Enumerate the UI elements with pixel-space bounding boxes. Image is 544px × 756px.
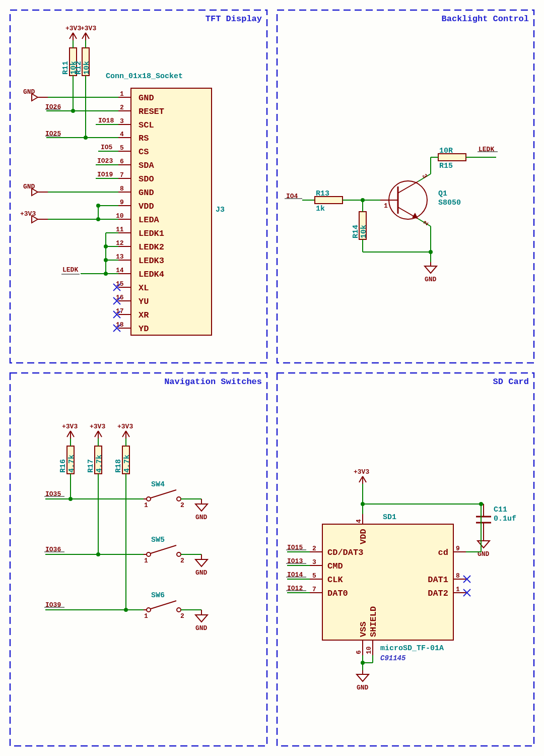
svg-text:10k: 10k <box>83 61 91 75</box>
svg-point-163 <box>124 608 128 612</box>
svg-text:LEDK3: LEDK3 <box>139 256 164 266</box>
title-bl: Backlight Control <box>442 14 529 24</box>
svg-text:0.1uf: 0.1uf <box>494 515 516 523</box>
conn-label: Conn_01x18_Socket <box>106 72 183 81</box>
sw5: SW5 1 2 GND <box>144 536 208 577</box>
sw4: SW4 1 2 GND <box>144 480 208 521</box>
svg-line-187 <box>151 601 176 609</box>
svg-text:10: 10 <box>116 212 124 220</box>
r11: R11 10k <box>61 40 78 111</box>
svg-text:1k: 1k <box>316 205 325 213</box>
svg-text:CD/DAT3: CD/DAT3 <box>327 548 363 557</box>
title-sd: SD Card <box>493 377 529 387</box>
c11: C11 0.1uf GND <box>476 504 516 558</box>
svg-text:+3V3: +3V3 <box>62 423 78 430</box>
svg-text:9: 9 <box>456 545 460 552</box>
svg-text:+3V3: +3V3 <box>117 423 133 430</box>
svg-text:4: 4 <box>120 131 124 138</box>
svg-text:1: 1 <box>144 501 148 509</box>
j3-ref: J3 <box>216 206 225 214</box>
svg-text:DAT2: DAT2 <box>428 589 448 598</box>
svg-text:GND: GND <box>425 276 437 283</box>
svg-text:LEDA: LEDA <box>139 215 160 225</box>
svg-text:4.7k: 4.7k <box>67 455 76 473</box>
block-frames <box>10 10 534 746</box>
svg-point-127 <box>429 250 433 254</box>
svg-text:12: 12 <box>116 239 124 247</box>
svg-text:2: 2 <box>312 545 316 552</box>
net-io36: IO36 <box>45 546 61 553</box>
svg-text:S8050: S8050 <box>438 199 461 207</box>
svg-point-90 <box>104 244 108 248</box>
svg-text:1: 1 <box>120 90 124 98</box>
svg-text:14: 14 <box>116 267 124 274</box>
svg-text:CLK: CLK <box>327 575 343 585</box>
svg-text:SW6: SW6 <box>151 591 165 600</box>
svg-text:YD: YD <box>139 324 149 334</box>
net-io4: IO4 <box>286 193 298 200</box>
svg-text:4.7k: 4.7k <box>95 455 104 473</box>
net-io39: IO39 <box>45 601 61 609</box>
svg-text:DAT0: DAT0 <box>327 589 348 598</box>
svg-text:+3V3: +3V3 <box>354 468 369 476</box>
svg-text:C11: C11 <box>494 506 507 514</box>
svg-text:GND: GND <box>139 93 154 103</box>
svg-text:+3V3: +3V3 <box>20 210 36 218</box>
svg-text:LEDK1: LEDK1 <box>139 229 164 238</box>
title-tft: TFT Display <box>206 14 262 24</box>
svg-point-168 <box>177 497 181 501</box>
svg-text:6: 6 <box>355 650 363 654</box>
svg-text:1: 1 <box>384 202 388 210</box>
svg-rect-3 <box>10 373 267 746</box>
navigation: +3V3 +3V3 +3V3 R16 4.7k R17 4.7k R18 4.7… <box>44 423 208 632</box>
svg-text:XL: XL <box>139 283 149 293</box>
svg-point-167 <box>147 497 151 501</box>
net-io5: IO5 <box>101 144 113 151</box>
svg-text:4.7k: 4.7k <box>123 455 131 473</box>
svg-text:R16: R16 <box>59 459 67 473</box>
svg-text:SW5: SW5 <box>151 536 165 544</box>
svg-point-114 <box>361 198 365 202</box>
svg-text:1: 1 <box>456 586 460 593</box>
svg-point-185 <box>147 608 151 612</box>
sw6: SW6 1 2 GND <box>144 591 208 632</box>
svg-line-120 <box>398 181 418 193</box>
svg-text:2: 2 <box>180 557 184 564</box>
svg-text:+3V3: +3V3 <box>90 423 105 430</box>
svg-text:10: 10 <box>365 646 373 654</box>
svg-line-169 <box>151 490 176 498</box>
svg-text:GND: GND <box>357 684 369 691</box>
svg-text:R17: R17 <box>87 459 95 473</box>
svg-text:VSS: VSS <box>359 621 368 637</box>
svg-text:R12: R12 <box>75 61 83 75</box>
svg-text:SDA: SDA <box>139 161 154 170</box>
svg-text:RS: RS <box>139 134 149 143</box>
svg-text:1: 1 <box>144 557 148 564</box>
svg-text:8: 8 <box>120 185 124 193</box>
svg-point-86 <box>71 109 75 113</box>
svg-text:R14: R14 <box>352 225 360 238</box>
net-ledk-bl: LEDK <box>479 146 494 153</box>
svg-text:3: 3 <box>120 117 124 125</box>
sd-card: +3V3 C11 0.1uf GND SD1 4 VDD 2 CD/DAT3 I… <box>286 468 516 691</box>
svg-text:SDO: SDO <box>139 174 154 184</box>
svg-text:SHIELD: SHIELD <box>369 606 378 637</box>
svg-point-161 <box>69 497 73 501</box>
svg-text:R13: R13 <box>316 190 329 198</box>
svg-point-177 <box>177 552 181 556</box>
svg-point-92 <box>104 272 108 276</box>
svg-text:7: 7 <box>120 171 124 179</box>
svg-text:GND: GND <box>195 569 208 577</box>
svg-text:VDD: VDD <box>359 529 368 544</box>
svg-text:GND: GND <box>139 188 154 198</box>
svg-text:IO12: IO12 <box>287 585 303 592</box>
svg-point-91 <box>104 258 108 262</box>
svg-point-89 <box>96 217 100 221</box>
svg-point-255 <box>361 661 365 665</box>
svg-point-197 <box>361 502 365 506</box>
svg-text:GND: GND <box>195 624 208 632</box>
sd-footprint: microSD_TF-01A <box>380 644 444 653</box>
net-io26: IO26 <box>45 103 61 111</box>
svg-text:2: 2 <box>180 501 184 509</box>
svg-text:R18: R18 <box>114 459 123 473</box>
